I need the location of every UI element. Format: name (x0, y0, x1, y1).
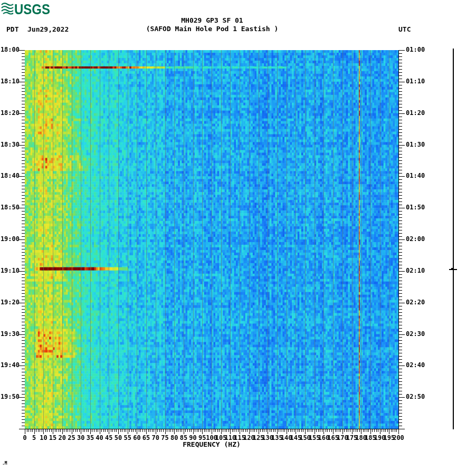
date-label: Jun29,2022 (27, 25, 69, 33)
right-time-label: 01:30 (406, 141, 425, 148)
spectrogram-page: USGS PDT Jun29,2022 MH029 GP3 SF 01 (SAF… (0, 0, 476, 471)
left-time-label: 18:00 (0, 46, 20, 53)
left-time-label: 19:40 (0, 361, 20, 369)
right-time-label: 02:20 (406, 299, 425, 306)
frequency-tick-label: 20 (59, 434, 66, 441)
frequency-tick-label: 25 (68, 434, 75, 441)
frequency-tick-label: 40 (96, 434, 103, 441)
left-time-label: 18:40 (0, 172, 20, 179)
usgs-logo-text: USGS (14, 2, 50, 17)
usgs-logo: USGS (1, 1, 52, 17)
left-time-label: 18:50 (0, 204, 20, 211)
x-axis-title: FREQUENCY (HZ) (183, 440, 241, 448)
right-time-label: 01:20 (406, 109, 425, 117)
frequency-tick-label: 5 (32, 434, 36, 441)
spectrogram-canvas (0, 0, 476, 471)
left-time-label: 19:20 (0, 299, 20, 306)
left-time-label: 19:30 (0, 330, 20, 338)
frequency-tick-label: 15 (49, 434, 56, 441)
usgs-wave-icon (2, 3, 13, 14)
left-time-label: 19:10 (0, 267, 20, 274)
right-time-label: 02:40 (406, 361, 425, 369)
timezone-right-label: UTC (398, 25, 411, 33)
frequency-tick-label: 200 (393, 434, 404, 441)
right-time-label: 01:40 (406, 172, 425, 179)
right-time-label: 01:10 (406, 78, 425, 85)
frequency-tick-label: 75 (161, 434, 168, 441)
left-time-label: 18:30 (0, 141, 20, 148)
right-time-label: 01:50 (406, 204, 425, 211)
frequency-tick-label: 70 (152, 434, 159, 441)
frequency-tick-label: 45 (105, 434, 112, 441)
right-time-label: 02:50 (406, 393, 425, 400)
timezone-left-label: PDT (6, 25, 18, 33)
station-title: MH029 GP3 SF 01 (181, 16, 243, 24)
left-time-label: 19:00 (0, 235, 20, 243)
right-time-label: 01:00 (406, 46, 425, 53)
corner-signature: .M (2, 461, 7, 466)
frequency-tick-label: 65 (142, 434, 150, 441)
right-time-label: 02:10 (406, 267, 425, 274)
frequency-tick-label: 80 (170, 434, 178, 441)
frequency-tick-label: 50 (115, 434, 122, 441)
right-time-label: 02:30 (406, 330, 425, 338)
station-subtitle: (SAFOD Main Hole Pod 1 Eastish ) (146, 25, 278, 33)
frequency-tick-label: 60 (133, 434, 140, 441)
left-time-label: 18:20 (0, 109, 20, 117)
frequency-tick-label: 30 (77, 434, 84, 441)
left-time-label: 19:50 (0, 393, 20, 400)
left-time-label: 18:10 (0, 78, 20, 85)
frequency-tick-label: 35 (87, 434, 94, 441)
frequency-tick-label: 55 (123, 434, 131, 441)
frequency-tick-label: 10 (40, 434, 47, 441)
right-time-label: 02:00 (406, 235, 425, 243)
frequency-tick-label: 0 (23, 434, 26, 441)
